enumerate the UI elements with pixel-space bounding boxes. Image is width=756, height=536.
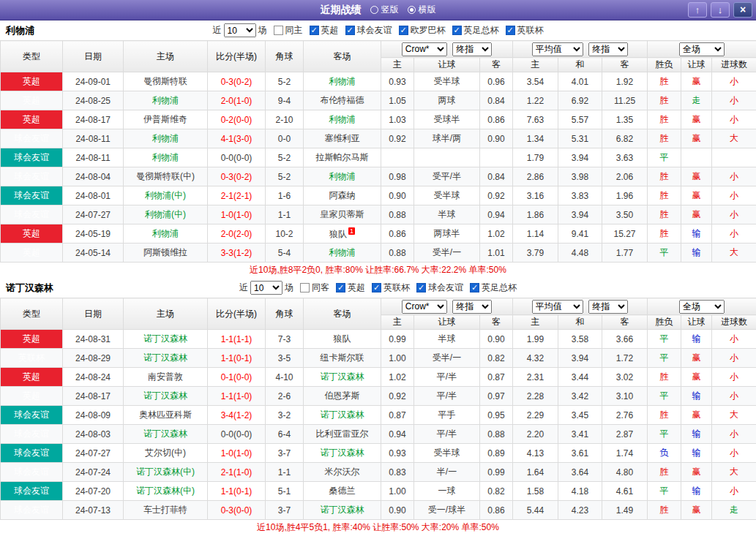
filter-checkbox[interactable]: 同客 bbox=[300, 282, 329, 294]
away-team[interactable]: 诺丁汉森林 bbox=[304, 444, 381, 463]
result-group-header: 全场 bbox=[648, 41, 756, 58]
result-goals: 大 bbox=[712, 129, 756, 148]
league-badge: 球会友谊 bbox=[1, 205, 63, 224]
home-team[interactable]: 利物浦(中) bbox=[124, 205, 208, 224]
away-team[interactable]: 米尔沃尔 bbox=[304, 463, 381, 482]
filter-checkbox[interactable]: 欧罗巴杯 bbox=[399, 24, 446, 37]
result-winlose: 平 bbox=[648, 349, 681, 368]
filter-checkbox[interactable]: 英足总杯 bbox=[452, 24, 499, 37]
away-team[interactable]: 伯恩茅斯 bbox=[304, 387, 381, 406]
away-team[interactable]: 诺丁汉森林 bbox=[304, 501, 381, 520]
result-winlose: 胜 bbox=[648, 129, 681, 148]
filter-checkbox[interactable]: 同主 bbox=[274, 24, 303, 37]
away-team[interactable]: 诺丁汉森林 bbox=[304, 406, 381, 425]
layout-radio-horizontal[interactable]: 横版 bbox=[408, 4, 436, 16]
asia-home-odds: 0.88 bbox=[381, 205, 414, 224]
radio-icon bbox=[370, 6, 378, 14]
filter-checkbox[interactable]: 球会友谊 bbox=[416, 282, 463, 294]
league-badge: 球会友谊 bbox=[1, 186, 63, 205]
home-team[interactable]: 奥林匹亚科斯 bbox=[124, 406, 208, 425]
result-winlose: 负 bbox=[648, 444, 681, 463]
filter-checkbox[interactable]: 英超 bbox=[336, 282, 365, 294]
summary-line: 近10场,胜4平5负1, 胜率:40% 让胜率:50% 大率:20% 单率:50… bbox=[0, 520, 756, 535]
result-handicap: 赢 bbox=[681, 368, 712, 387]
league-badge: 英超 bbox=[1, 224, 63, 244]
home-team[interactable]: 曼彻斯特联(中) bbox=[124, 167, 208, 186]
filter-checkbox[interactable]: 球会友谊 bbox=[345, 24, 392, 37]
home-team[interactable]: 诺丁汉森林(中) bbox=[124, 463, 208, 482]
result-handicap: 赢 bbox=[681, 349, 712, 368]
bookmaker-select[interactable]: Crow* bbox=[402, 300, 447, 314]
euro-draw-odds: 3.41 bbox=[558, 425, 602, 444]
home-team[interactable]: 利物浦 bbox=[124, 129, 208, 148]
col-header-asia-away: 客 bbox=[480, 58, 513, 72]
score: 1-1(0-1) bbox=[208, 349, 266, 368]
checkbox-label: 球会友谊 bbox=[428, 282, 463, 294]
away-team[interactable]: 皇家贝蒂斯 bbox=[304, 205, 381, 224]
asia-home-odds: 0.98 bbox=[381, 167, 414, 186]
home-team[interactable]: 车士打菲特 bbox=[124, 501, 208, 520]
home-team[interactable]: 诺丁汉森林 bbox=[124, 425, 208, 444]
away-team[interactable]: 利物浦 bbox=[304, 167, 381, 186]
close-button[interactable]: × bbox=[733, 2, 752, 18]
home-team[interactable]: 南安普敦 bbox=[124, 368, 208, 387]
euro-away-odds: 1.72 bbox=[602, 349, 648, 368]
home-team[interactable]: 艾尔切(中) bbox=[124, 444, 208, 463]
move-down-button[interactable]: ↓ bbox=[711, 2, 730, 18]
away-team[interactable]: 阿森纳 bbox=[304, 186, 381, 205]
home-team[interactable]: 利物浦 bbox=[124, 224, 208, 244]
away-team[interactable]: 塞维利亚 bbox=[304, 129, 381, 148]
layout-radio-vertical[interactable]: 竖版 bbox=[370, 4, 399, 16]
away-team[interactable]: 比利亚雷亚尔 bbox=[304, 425, 381, 444]
home-team[interactable]: 曼彻斯特联 bbox=[124, 72, 208, 91]
away-team[interactable]: 狼队 bbox=[304, 330, 381, 349]
scope-select[interactable]: 全场 bbox=[679, 42, 725, 56]
euro-away-odds: 11.25 bbox=[602, 91, 648, 110]
asia-stage-select[interactable]: 终指 bbox=[452, 300, 492, 314]
col-header-result-handicap: 让球 bbox=[681, 315, 712, 330]
home-team[interactable]: 诺丁汉森林 bbox=[124, 349, 208, 368]
result-handicap: 输 bbox=[681, 330, 712, 349]
filter-checkbox[interactable]: 英联杯 bbox=[506, 24, 544, 37]
euro-draw-odds: 9.41 bbox=[558, 224, 602, 244]
euro-home-odds: 1.34 bbox=[513, 129, 558, 148]
filter-checkbox[interactable]: 英足总杯 bbox=[470, 282, 517, 294]
col-header-corner: 角球 bbox=[266, 298, 304, 330]
home-team[interactable]: 伊普斯维奇 bbox=[124, 110, 208, 129]
home-team[interactable]: 诺丁汉森林(中) bbox=[124, 482, 208, 501]
league-badge: 球会友谊 bbox=[1, 167, 63, 186]
asia-stage-select[interactable]: 终指 bbox=[452, 42, 492, 56]
home-team[interactable]: 利物浦 bbox=[124, 91, 208, 110]
away-team[interactable]: 布伦特福德 bbox=[304, 91, 381, 110]
asia-home-odds: 0.93 bbox=[381, 444, 414, 463]
away-team[interactable]: 利物浦 bbox=[304, 110, 381, 129]
away-team[interactable]: 桑德兰 bbox=[304, 482, 381, 501]
col-header-result-goals: 进球数 bbox=[712, 315, 756, 330]
away-team[interactable]: 拉斯帕尔马斯 bbox=[304, 148, 381, 167]
bookmaker-select[interactable]: Crow* bbox=[402, 42, 447, 56]
away-team[interactable]: 利物浦 bbox=[304, 244, 381, 263]
match-count-select[interactable]: 10 bbox=[224, 23, 256, 37]
away-team[interactable]: 纽卡斯尔联 bbox=[304, 349, 381, 368]
section-liverpool: 利物浦 近 10 场 同主英超球会友谊欧罗巴杯英足总杯英联杯 类型 日期 主场 … bbox=[0, 20, 756, 278]
move-up-button[interactable]: ↑ bbox=[688, 2, 707, 18]
filter-checkbox[interactable]: 英超 bbox=[310, 24, 339, 37]
home-team[interactable]: 利物浦 bbox=[124, 148, 208, 167]
euro-source-select[interactable]: 平均值 bbox=[532, 300, 583, 314]
euro-home-odds: 2.20 bbox=[513, 425, 558, 444]
euro-stage-select[interactable]: 终指 bbox=[588, 42, 628, 56]
match-count-select[interactable]: 10 bbox=[250, 281, 282, 295]
home-team[interactable]: 利物浦(中) bbox=[124, 186, 208, 205]
home-team[interactable]: 阿斯顿维拉 bbox=[124, 244, 208, 263]
away-team[interactable]: 诺丁汉森林 bbox=[304, 368, 381, 387]
home-team[interactable]: 诺丁汉森林 bbox=[124, 330, 208, 349]
scope-select[interactable]: 全场 bbox=[679, 300, 725, 314]
corners: 2-6 bbox=[266, 387, 304, 406]
euro-stage-select[interactable]: 终指 bbox=[588, 300, 628, 314]
home-team[interactable]: 诺丁汉森林 bbox=[124, 387, 208, 406]
filter-checkbox[interactable]: 英联杯 bbox=[372, 282, 410, 294]
away-team[interactable]: 狼队1 bbox=[304, 224, 381, 244]
euro-source-select[interactable]: 平均值 bbox=[532, 42, 583, 56]
summary-line: 近10场,胜8平2负0, 胜率:80% 让胜率:66.7% 大率:22.2% 单… bbox=[0, 263, 756, 278]
away-team[interactable]: 利物浦 bbox=[304, 72, 381, 91]
